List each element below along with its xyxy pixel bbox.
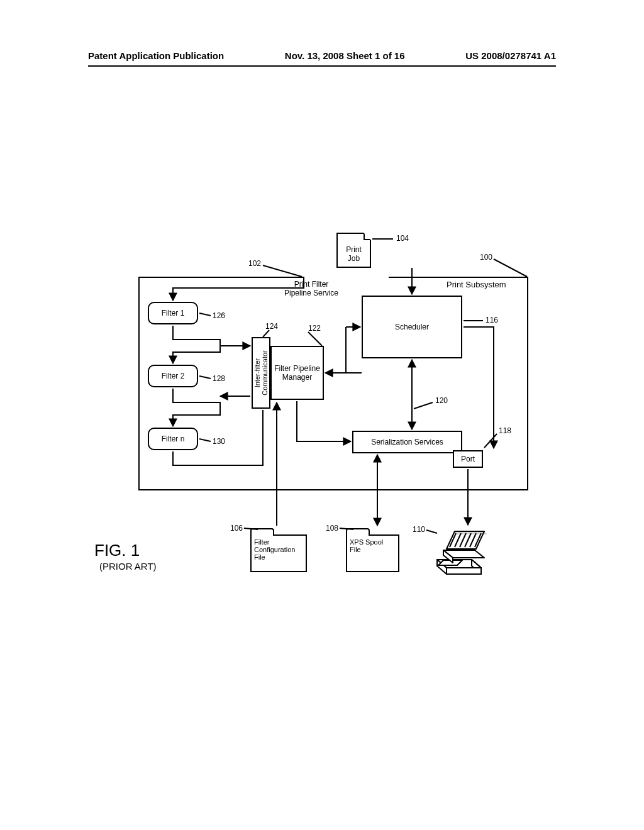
port-box: Port [453,450,483,468]
ifc-label: Inter-filter Communicator [253,350,269,396]
xps-spool-file-folder: XPS Spool File [346,534,399,572]
printer-icon [431,525,491,575]
ref-122: 122 [308,324,321,333]
dogear-icon [364,233,371,240]
filter-n-box: Filter n [148,428,198,450]
scheduler-label: Scheduler [395,323,429,331]
figure-caption: FIG. 1 [94,541,140,560]
xps-spool-label: XPS Spool File [347,536,398,556]
figure-1: Print Subsystem Print Job Print Filter P… [75,220,553,597]
patent-header: Patent Application Publication Nov. 13, … [88,50,556,61]
ref-100: 100 [480,253,492,262]
print-subsystem-label: Print Subsystem [447,280,506,289]
ref-116: 116 [486,316,498,324]
print-job-label: Print Job [338,245,370,263]
ref-120: 120 [435,396,448,405]
ref-124: 124 [265,322,278,331]
inter-filter-communicator-box: Inter-filter Communicator [252,337,270,409]
ref-108: 108 [326,524,338,533]
ref-104: 104 [396,234,409,243]
filter-2-label: Filter 2 [162,372,185,380]
filter-n-label: Filter n [162,434,185,443]
ref-106: 106 [230,524,243,533]
ref-128: 128 [213,374,225,383]
print-subsystem-border-top-right [389,277,528,278]
filter-pipeline-manager-box: Filter Pipeline Manager [270,346,324,400]
fpm-label: Filter Pipeline Manager [274,364,320,382]
scheduler-box: Scheduler [362,296,462,358]
ref-118: 118 [499,426,511,435]
filter-config-file-folder: Filter Configuration File [250,534,307,572]
ref-110: 110 [413,525,425,534]
serialization-box: Serialization Services [352,431,462,453]
ref-126: 126 [213,311,225,320]
filter-config-label: Filter Configuration File [252,536,306,563]
filter-1-label: Filter 1 [162,309,185,318]
ref-130: 130 [213,437,225,446]
filter-2-box: Filter 2 [148,365,198,387]
header-left: Patent Application Publication [88,50,224,61]
filter-1-box: Filter 1 [148,302,198,324]
header-rule [88,65,556,67]
print-job-box: Print Job [336,233,371,268]
pfps-label: Print Filter Pipeline Service [274,280,349,297]
print-subsystem-border-top-left [138,277,304,278]
figure-subcaption: (PRIOR ART) [99,561,157,572]
ref-102: 102 [248,259,261,268]
port-label: Port [461,455,475,463]
svg-marker-3 [447,568,481,574]
serialization-label: Serialization Services [371,438,443,446]
header-center: Nov. 13, 2008 Sheet 1 of 16 [285,50,405,61]
header-right: US 2008/0278741 A1 [465,50,556,61]
